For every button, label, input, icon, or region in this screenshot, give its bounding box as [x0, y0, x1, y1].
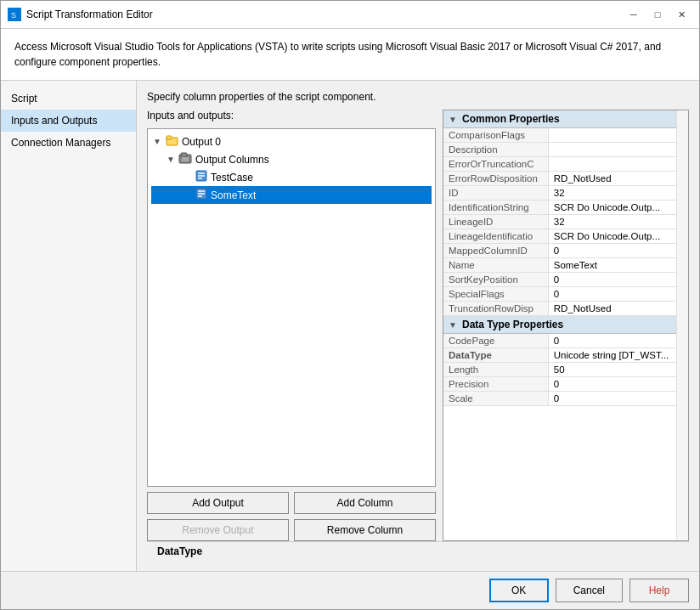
prop-row-scale: Scale 0: [443, 392, 676, 406]
tree-item-sometext[interactable]: ▶ SomeText: [151, 186, 432, 204]
prop-row-comparisonflags: ComparisonFlags: [443, 128, 676, 143]
description-text: Access Microsoft Visual Studio Tools for…: [14, 41, 661, 68]
main-window: S Script Transformation Editor ─ □ ✕ Acc…: [0, 0, 700, 610]
prop-row-truncation: TruncationRowDisp RD_NotUsed: [443, 302, 676, 316]
help-button[interactable]: Help: [629, 579, 689, 602]
tree-item-outputcols[interactable]: ▼ Output Columns: [151, 150, 432, 168]
description-area: Access Microsoft Visual Studio Tools for…: [1, 29, 699, 81]
svg-rect-6: [182, 157, 189, 161]
prop-row-length: Length 50: [443, 363, 676, 377]
prop-row-codepage: CodePage 0: [443, 334, 676, 348]
datatype-properties-table: CodePage 0 DataType Unicode string [DT_W…: [443, 334, 676, 406]
tree-label-sometext: SomeText: [211, 189, 256, 201]
tree-button-row1: Add Output Add Column: [147, 492, 436, 514]
tree-label-testcase: TestCase: [211, 172, 253, 184]
expander-output0: ▼: [153, 137, 165, 146]
close-button[interactable]: ✕: [670, 6, 692, 23]
maximize-button[interactable]: □: [646, 6, 669, 23]
remove-column-button[interactable]: Remove Column: [294, 519, 436, 541]
scrollbar[interactable]: [676, 110, 688, 540]
sidebar-item-script[interactable]: Script: [1, 88, 136, 110]
window-title: Script Transformation Editor: [26, 8, 618, 20]
toggle-datatype: ▼: [449, 320, 459, 330]
ok-button[interactable]: OK: [489, 579, 549, 602]
tree-container[interactable]: ▼ Output 0 ▼: [147, 128, 436, 487]
prop-row-identstring: IdentificationString SCR Do Unicode.Outp…: [443, 201, 676, 215]
content-label: Specify column properties of the script …: [147, 91, 689, 103]
window-content: Access Microsoft Visual Studio Tools for…: [1, 29, 699, 609]
tree-label-output0: Output 0: [182, 136, 221, 148]
tree-item-testcase[interactable]: ▶ TestCase: [151, 168, 432, 186]
cancel-button[interactable]: Cancel: [556, 579, 623, 602]
prop-row-sortkey: SortKeyPosition 0: [443, 273, 676, 287]
prop-row-specialflags: SpecialFlags 0: [443, 287, 676, 302]
tree-label: Inputs and outputs:: [147, 110, 436, 121]
item-icon-testcase: [195, 170, 207, 184]
sidebar: Script Inputs and Outputs Connection Man…: [1, 81, 137, 571]
folder-icon-outputcols: [178, 152, 192, 167]
item-icon-sometext: [195, 188, 207, 202]
prop-row-errorcond: ErrorOrTruncationC: [443, 157, 676, 172]
folder-icon-output0: [165, 134, 178, 149]
common-properties-table: ComparisonFlags Description: [443, 128, 676, 316]
prop-row-mappedcol: MappedColumnID 0: [443, 244, 676, 258]
add-column-button[interactable]: Add Column: [294, 492, 436, 514]
expander-outputcols: ▼: [167, 155, 178, 164]
minimize-button[interactable]: ─: [623, 6, 645, 23]
footer-bar: OK Cancel Help: [1, 571, 699, 609]
prop-row-lineageident: LineageIdentificatio SCR Do Unicode.Outp…: [443, 229, 676, 244]
toggle-common: ▼: [449, 115, 459, 124]
main-area: Script Inputs and Outputs Connection Man…: [1, 81, 699, 571]
prop-row-datatype: DataType Unicode string [DT_WST...: [443, 348, 676, 363]
tree-label-outputcols: Output Columns: [195, 154, 269, 166]
prop-row-id: ID 32: [443, 186, 676, 201]
remove-output-button[interactable]: Remove Output: [147, 519, 289, 541]
split-pane: Inputs and outputs: ▼ Output 0: [147, 110, 689, 541]
prop-row-errorrowdisp: ErrorRowDisposition RD_NotUsed: [443, 172, 676, 186]
prop-row-precision: Precision 0: [443, 377, 676, 392]
tree-button-row2: Remove Output Remove Column: [147, 519, 436, 541]
content-area: Specify column properties of the script …: [137, 81, 699, 571]
prop-row-name: Name SomeText: [443, 258, 676, 273]
props-scroll[interactable]: ▼ Common Properties ComparisonFlags: [443, 110, 676, 540]
status-bar: DataType: [147, 541, 689, 561]
svg-text:S: S: [11, 11, 16, 20]
prop-row-lineageid: LineageID 32: [443, 215, 676, 229]
tree-panel: Inputs and outputs: ▼ Output 0: [147, 110, 436, 541]
add-output-button[interactable]: Add Output: [147, 492, 289, 514]
title-bar: S Script Transformation Editor ─ □ ✕: [1, 1, 699, 29]
status-text: DataType: [157, 545, 202, 557]
sidebar-item-connection-managers[interactable]: Connection Managers: [1, 132, 136, 154]
common-properties-header: ▼ Common Properties: [443, 110, 676, 128]
datatype-properties-header: ▼ Data Type Properties: [443, 316, 676, 334]
props-container: ▼ Common Properties ComparisonFlags: [443, 110, 688, 540]
properties-panel: ▼ Common Properties ComparisonFlags: [443, 110, 689, 541]
tree-item-output0[interactable]: ▼ Output 0: [151, 133, 432, 150]
app-icon: S: [8, 8, 21, 21]
sidebar-item-inputs-outputs[interactable]: Inputs and Outputs: [1, 110, 136, 132]
svg-rect-3: [167, 136, 172, 139]
svg-rect-5: [181, 153, 187, 157]
prop-row-description: Description: [443, 143, 676, 157]
window-controls: ─ □ ✕: [623, 6, 692, 23]
